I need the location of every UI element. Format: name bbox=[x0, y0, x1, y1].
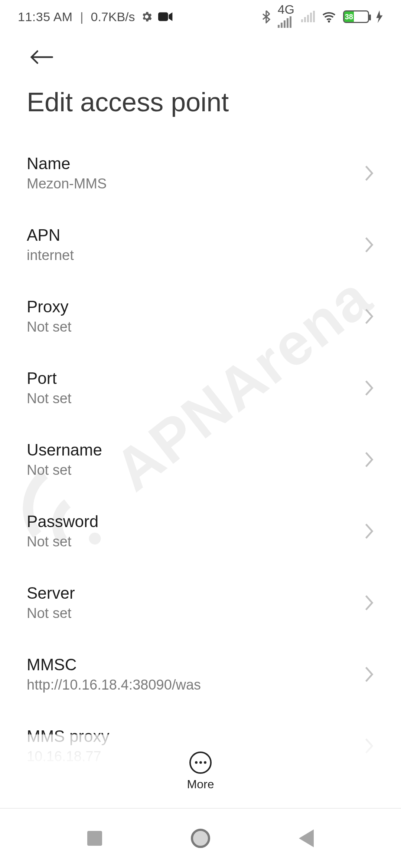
setting-value-apn: internet bbox=[27, 247, 74, 263]
bottom-action-bar: More bbox=[0, 734, 401, 809]
triangle-icon bbox=[299, 829, 314, 847]
signal-4g-label: 4G bbox=[278, 6, 294, 17]
chevron-right-icon bbox=[364, 308, 374, 325]
setting-label-server: Server bbox=[27, 584, 75, 602]
status-right: 4G 38 bbox=[261, 6, 383, 28]
square-icon bbox=[87, 831, 102, 846]
signal-sim1: 4G bbox=[278, 6, 294, 28]
more-label: More bbox=[187, 777, 214, 791]
header bbox=[0, 33, 401, 72]
setting-row-proxy[interactable]: Proxy Not set bbox=[27, 283, 374, 354]
setting-label-port: Port bbox=[27, 369, 71, 388]
chevron-right-icon bbox=[364, 236, 374, 253]
circle-icon bbox=[191, 829, 210, 848]
gear-icon bbox=[140, 10, 153, 23]
signal-sim2 bbox=[301, 11, 315, 22]
more-button[interactable]: More bbox=[187, 752, 214, 791]
nav-home-button[interactable] bbox=[189, 827, 212, 849]
setting-value-password: Not set bbox=[27, 534, 98, 550]
setting-value-server: Not set bbox=[27, 605, 75, 621]
setting-row-mmsc[interactable]: MMSC http://10.16.18.4:38090/was bbox=[27, 641, 374, 712]
nav-bar bbox=[0, 809, 401, 868]
setting-row-server[interactable]: Server Not set bbox=[27, 569, 374, 641]
status-bar: 11:35 AM | 0.7KB/s 4G 38 bbox=[0, 0, 401, 33]
chevron-right-icon bbox=[364, 523, 374, 540]
svg-point-1 bbox=[328, 20, 330, 23]
charging-icon bbox=[376, 10, 383, 23]
setting-value-mmsc: http://10.16.18.4:38090/was bbox=[27, 677, 201, 693]
setting-label-mmsc: MMSC bbox=[27, 655, 201, 674]
wifi-status-icon bbox=[322, 11, 336, 23]
setting-label-proxy: Proxy bbox=[27, 297, 71, 316]
setting-label-password: Password bbox=[27, 512, 98, 531]
setting-value-username: Not set bbox=[27, 462, 102, 478]
svg-rect-0 bbox=[158, 12, 168, 21]
setting-row-username[interactable]: Username Not set bbox=[27, 426, 374, 497]
chevron-right-icon bbox=[364, 165, 374, 182]
arrow-left-icon bbox=[30, 49, 53, 65]
nav-recents-button[interactable] bbox=[84, 827, 106, 849]
setting-row-password[interactable]: Password Not set bbox=[27, 497, 374, 569]
status-left: 11:35 AM | 0.7KB/s bbox=[18, 10, 173, 24]
more-icon bbox=[189, 752, 212, 774]
battery-icon: 38 bbox=[343, 10, 369, 23]
back-button[interactable] bbox=[27, 42, 56, 72]
setting-row-port[interactable]: Port Not set bbox=[27, 354, 374, 426]
setting-row-name[interactable]: Name Mezon-MMS bbox=[27, 139, 374, 211]
battery-percentage: 38 bbox=[344, 11, 354, 22]
setting-label-name: Name bbox=[27, 154, 107, 173]
nav-back-button[interactable] bbox=[295, 827, 317, 849]
page-title: Edit access point bbox=[0, 72, 401, 139]
bluetooth-icon bbox=[261, 10, 271, 23]
setting-label-apn: APN bbox=[27, 226, 74, 244]
setting-value-port: Not set bbox=[27, 391, 71, 407]
chevron-right-icon bbox=[364, 594, 374, 611]
video-icon bbox=[158, 11, 173, 22]
setting-value-proxy: Not set bbox=[27, 319, 71, 335]
status-separator: | bbox=[78, 10, 86, 24]
chevron-right-icon bbox=[364, 379, 374, 397]
chevron-right-icon bbox=[364, 666, 374, 683]
status-net-speed: 0.7KB/s bbox=[91, 10, 135, 24]
setting-label-username: Username bbox=[27, 441, 102, 459]
settings-list: Name Mezon-MMS APN internet Proxy Not se… bbox=[0, 139, 401, 784]
setting-row-apn[interactable]: APN internet bbox=[27, 211, 374, 283]
chevron-right-icon bbox=[364, 451, 374, 468]
setting-value-name: Mezon-MMS bbox=[27, 176, 107, 192]
status-time: 11:35 AM bbox=[18, 10, 73, 24]
